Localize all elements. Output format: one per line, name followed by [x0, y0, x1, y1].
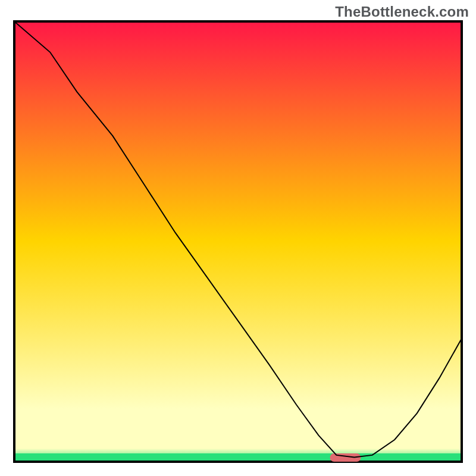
optimal-band — [15, 453, 461, 461]
bottleneck-chart — [0, 0, 476, 476]
plot-background — [14, 21, 462, 462]
watermark-text: TheBottleneck.com — [335, 4, 469, 20]
